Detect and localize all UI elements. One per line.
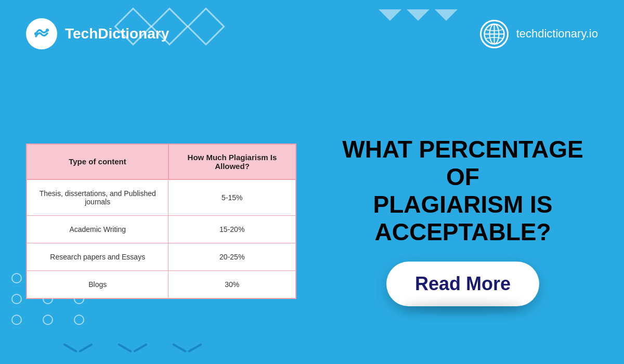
- circle-3-2: [43, 315, 53, 325]
- headline-line2: PLAGIARISM IS ACCEPTABLE?: [373, 191, 552, 245]
- bottom-chevrons-group: [62, 341, 203, 359]
- circle-1-1: [11, 273, 22, 283]
- cell-value-1: 15-20%: [168, 215, 296, 243]
- cell-type-2: Research papers and Essays: [27, 243, 168, 270]
- cell-type-1: Academic Writing: [27, 215, 168, 243]
- circle-2-3: [74, 294, 84, 304]
- circle-row-3: [11, 315, 84, 325]
- col-type-header: Type of content: [27, 144, 168, 179]
- circle-row-2: [11, 294, 84, 304]
- brand-logo-left: TechDictionary: [26, 18, 169, 49]
- bottom-chevron-1: [62, 341, 94, 359]
- brand-name: TechDictionary: [65, 25, 169, 42]
- brand-icon: [26, 18, 57, 49]
- headline-line1: WHAT PERCENTAGE OF: [342, 136, 583, 190]
- website-url: techdictionary.io: [516, 27, 598, 41]
- col-amount-header: How Much Plagiarism Is Allowed?: [168, 144, 296, 179]
- circle-2-2: [43, 294, 53, 304]
- svg-point-0: [34, 32, 37, 35]
- header: TechDictionary techdictionary.io: [0, 0, 624, 68]
- circles-decoration: [11, 273, 84, 335]
- right-content: WHAT PERCENTAGE OF PLAGIARISM IS ACCEPTA…: [328, 136, 598, 306]
- cell-value-3: 30%: [168, 270, 296, 298]
- table-row: Academic Writing15-20%: [27, 215, 296, 243]
- bottom-chevron-2: [117, 341, 148, 359]
- read-more-button[interactable]: Read More: [386, 262, 539, 306]
- brand-logo-right: techdictionary.io: [480, 20, 598, 48]
- cell-type-0: Thesis, dissertations, and Published jou…: [27, 179, 168, 216]
- table-row: Research papers and Essays20-25%: [27, 243, 296, 270]
- circle-2-1: [11, 294, 22, 304]
- circle-row-1: [11, 273, 84, 283]
- cell-value-2: 20-25%: [168, 243, 296, 270]
- main-headline: WHAT PERCENTAGE OF PLAGIARISM IS ACCEPTA…: [328, 136, 598, 246]
- table-row: Thesis, dissertations, and Published jou…: [27, 179, 296, 216]
- cell-value-0: 5-15%: [168, 179, 296, 216]
- table-header-row: Type of content How Much Plagiarism Is A…: [27, 144, 296, 179]
- circle-3-3: [74, 315, 84, 325]
- bottom-chevron-3: [172, 341, 203, 359]
- main-content: Type of content How Much Plagiarism Is A…: [0, 78, 624, 364]
- globe-icon: [480, 20, 509, 48]
- circle-3-1: [11, 315, 22, 325]
- svg-point-1: [46, 29, 49, 32]
